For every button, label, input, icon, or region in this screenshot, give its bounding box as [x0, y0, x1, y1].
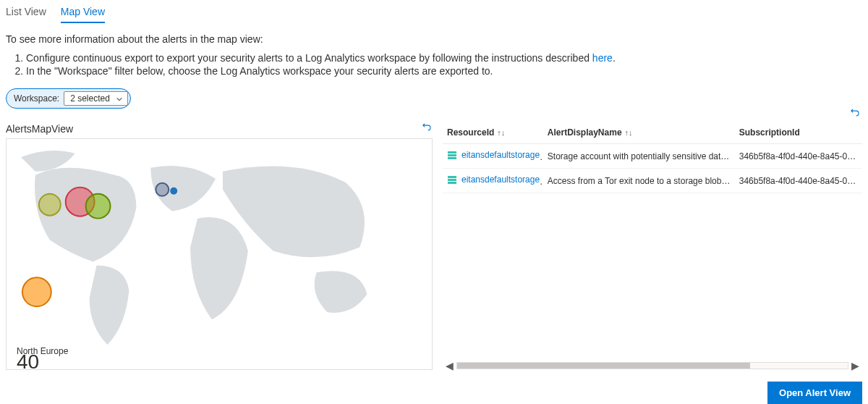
instruction-list: Configure continuous export to export yo…: [26, 52, 862, 77]
undo-icon[interactable]: [849, 107, 861, 121]
svg-rect-1: [448, 154, 456, 156]
instructions-link[interactable]: here: [592, 52, 613, 64]
view-tabs: List View Map View: [6, 3, 862, 23]
map-bubble[interactable]: [170, 188, 177, 195]
column-header-alertdisplayname[interactable]: AlertDisplayName↑↓: [543, 122, 735, 144]
resource-link[interactable]: eitansdefaultstorage: [447, 150, 540, 160]
svg-rect-3: [448, 176, 456, 178]
chevron-down-icon: [116, 95, 123, 102]
alerts-map[interactable]: North Europe 40: [6, 138, 433, 370]
tab-list-view[interactable]: List View: [6, 3, 46, 23]
map-region-count: 40: [17, 350, 39, 370]
intro-text: To see more information about the alerts…: [6, 33, 862, 45]
column-header-subscriptionid[interactable]: SubscriptionId: [735, 122, 862, 144]
undo-icon[interactable]: [421, 122, 433, 135]
horizontal-scrollbar[interactable]: ◀ ▶: [443, 360, 862, 371]
svg-rect-4: [448, 179, 456, 181]
scroll-left-icon[interactable]: ◀: [443, 360, 456, 371]
workspace-filter-label: Workspace:: [14, 93, 59, 104]
sort-icon[interactable]: ↑↓: [497, 128, 505, 137]
alerts-table: ResourceId↑↓ AlertDisplayName↑↓ Subscrip…: [443, 122, 862, 193]
tab-map-view[interactable]: Map View: [61, 3, 105, 23]
workspace-filter-value[interactable]: 2 selected: [64, 91, 128, 106]
cell-subscriptionid: 346b5f8a-4f0d-440e-8a45-0c0b5: [735, 144, 862, 169]
map-bubble[interactable]: [39, 194, 61, 216]
cell-alertdisplayname: Access from a Tor exit node to a storage…: [543, 169, 735, 193]
open-alert-view-button[interactable]: Open Alert View: [767, 382, 862, 404]
cell-alertdisplayname: Storage account with potentially sensiti…: [543, 144, 735, 169]
cell-subscriptionid: 346b5f8a-4f0d-440e-8a45-0c0b5: [735, 169, 862, 193]
table-row[interactable]: eitansdefaultstorage Access from a Tor e…: [443, 169, 862, 193]
storage-icon: [447, 150, 457, 160]
map-bubble[interactable]: [86, 194, 111, 219]
svg-rect-2: [448, 157, 456, 159]
scroll-thumb[interactable]: [457, 363, 750, 369]
sort-icon[interactable]: ↑↓: [625, 128, 633, 137]
map-bubble[interactable]: [156, 183, 169, 196]
storage-icon: [447, 174, 457, 185]
table-row[interactable]: eitansdefaultstorage Storage account wit…: [443, 144, 862, 169]
svg-rect-5: [448, 182, 456, 184]
scroll-track[interactable]: [456, 362, 848, 369]
world-map-svg: [7, 139, 432, 370]
map-bubble[interactable]: [22, 277, 51, 306]
scroll-right-icon[interactable]: ▶: [848, 360, 862, 371]
map-panel-title: AlertsMapView: [6, 123, 73, 135]
workspace-filter[interactable]: Workspace: 2 selected: [6, 88, 131, 109]
instruction-step-1: Configure continuous export to export yo…: [26, 52, 862, 64]
resource-link[interactable]: eitansdefaultstorage: [447, 174, 540, 185]
svg-rect-0: [448, 151, 456, 153]
column-header-resourceid[interactable]: ResourceId↑↓: [443, 122, 543, 144]
instruction-step-2: In the "Workspace" filter below, choose …: [26, 65, 862, 77]
